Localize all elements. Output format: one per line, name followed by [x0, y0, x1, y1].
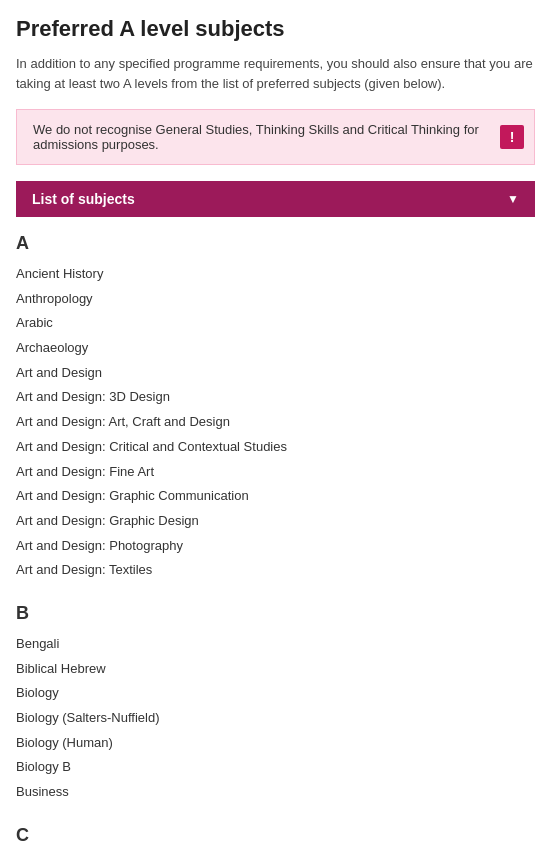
section-a: AAncient HistoryAnthropologyArabicArchae…	[16, 233, 535, 583]
subject-item: Art and Design: 3D Design	[16, 385, 535, 410]
chevron-down-icon: ▼	[507, 192, 519, 206]
subject-item: Biblical Hebrew	[16, 657, 535, 682]
subject-item: Art and Design: Graphic Design	[16, 509, 535, 534]
subject-item: Art and Design: Art, Craft and Design	[16, 410, 535, 435]
warning-box: We do not recognise General Studies, Thi…	[16, 109, 535, 165]
subject-item: Business	[16, 780, 535, 805]
section-letter: A	[16, 233, 535, 254]
subjects-list: AAncient HistoryAnthropologyArabicArchae…	[16, 233, 535, 857]
subject-item: Art and Design	[16, 361, 535, 386]
subject-item: Art and Design: Critical and Contextual …	[16, 435, 535, 460]
subject-item: Biology	[16, 681, 535, 706]
section-c: CCantoneseChemistryChemistry (Nuffield)C…	[16, 825, 535, 857]
subject-item: Art and Design: Graphic Communication	[16, 484, 535, 509]
section-letter: C	[16, 825, 535, 846]
subject-item: Archaeology	[16, 336, 535, 361]
subject-item: Biology (Human)	[16, 731, 535, 756]
subject-item: Ancient History	[16, 262, 535, 287]
subject-item: Art and Design: Fine Art	[16, 460, 535, 485]
section-b: BBengaliBiblical HebrewBiologyBiology (S…	[16, 603, 535, 805]
subject-item: Biology (Salters-Nuffield)	[16, 706, 535, 731]
list-header-label: List of subjects	[32, 191, 135, 207]
list-subjects-header[interactable]: List of subjects ▼	[16, 181, 535, 217]
subject-item: Biology B	[16, 755, 535, 780]
warning-icon: !	[500, 125, 524, 149]
subject-item: Arabic	[16, 311, 535, 336]
page-title: Preferred A level subjects	[16, 16, 535, 42]
subject-item: Art and Design: Photography	[16, 534, 535, 559]
section-letter: B	[16, 603, 535, 624]
warning-message: We do not recognise General Studies, Thi…	[33, 122, 479, 152]
subject-item: Anthropology	[16, 287, 535, 312]
subject-item: Art and Design: Textiles	[16, 558, 535, 583]
intro-text: In addition to any specified programme r…	[16, 54, 535, 93]
subject-item: Bengali	[16, 632, 535, 657]
